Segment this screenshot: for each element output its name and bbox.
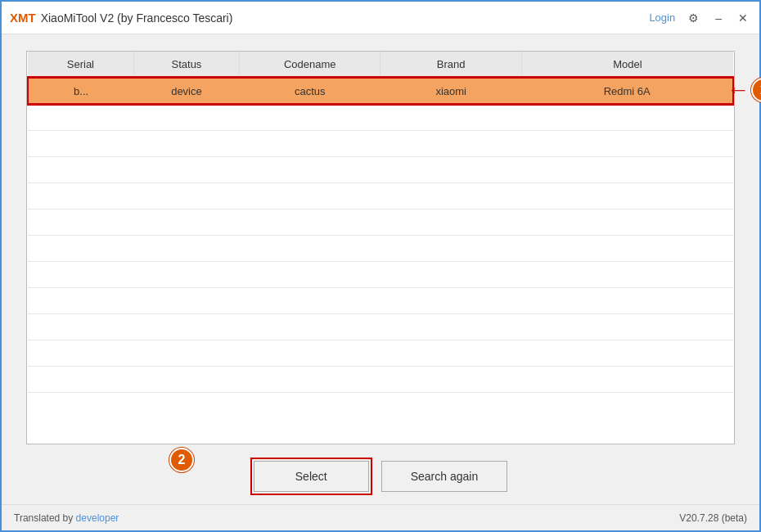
developer-link[interactable]: developer — [76, 512, 119, 524]
table-cell — [240, 366, 380, 392]
table-cell — [521, 156, 733, 183]
logo: XMT — [10, 11, 36, 25]
col-header-serial: Serial — [28, 52, 133, 78]
table-row[interactable] — [28, 366, 733, 392]
table-cell — [28, 209, 133, 235]
table-row[interactable] — [28, 156, 733, 183]
table-wrapper: Serial Status Codename Brand Model b...d… — [26, 51, 735, 444]
table-cell — [380, 313, 521, 340]
table-row[interactable]: b...devicecactusxiaomiRedmi 6A — [28, 78, 733, 104]
table-cell — [521, 209, 733, 235]
table-cell — [133, 287, 239, 313]
table-cell: cactus — [240, 78, 380, 104]
close-button[interactable]: ✕ — [735, 10, 751, 26]
col-header-status: Status — [133, 52, 239, 78]
table-cell — [133, 156, 239, 183]
table-cell: b... — [28, 78, 133, 104]
table-cell — [521, 104, 733, 130]
table-cell — [380, 183, 521, 209]
table-cell — [380, 287, 521, 313]
row-indicator: ← 1 — [727, 77, 761, 103]
main-window: XMT XiaoMiTool V2 (by Francesco Tescari)… — [0, 0, 761, 532]
login-button[interactable]: Login — [649, 11, 675, 24]
minimize-button[interactable]: – — [712, 10, 725, 26]
table-cell — [133, 104, 239, 130]
table-cell — [240, 235, 380, 261]
table-cell — [380, 340, 521, 366]
table-cell — [133, 183, 239, 209]
table-cell — [240, 156, 380, 183]
table-cell — [240, 261, 380, 287]
table-cell — [28, 261, 133, 287]
translated-by-text: Translated by — [14, 512, 73, 524]
table-cell — [380, 261, 521, 287]
table-header-row: Serial Status Codename Brand Model — [28, 52, 733, 78]
col-header-codename: Codename — [240, 52, 380, 78]
device-table-container: Serial Status Codename Brand Model b...d… — [26, 51, 735, 444]
table-cell — [133, 209, 239, 235]
table-cell — [28, 104, 133, 130]
table-cell — [28, 287, 133, 313]
arrow-icon: ← — [727, 77, 750, 103]
table-cell: xiaomi — [380, 78, 521, 104]
col-header-model: Model — [521, 52, 733, 78]
table-cell — [380, 156, 521, 183]
title-bar-left: XMT XiaoMiTool V2 (by Francesco Tescari) — [10, 11, 649, 25]
table-cell — [380, 366, 521, 392]
table-cell — [380, 209, 521, 235]
table-cell — [28, 235, 133, 261]
table-cell — [28, 183, 133, 209]
footer-left: Translated by developer — [14, 512, 119, 524]
table-cell — [240, 340, 380, 366]
table-row[interactable] — [28, 313, 733, 340]
buttons-row: 2 Select Search again — [26, 461, 735, 492]
table-row[interactable] — [28, 209, 733, 235]
table-cell — [240, 209, 380, 235]
table-cell — [240, 287, 380, 313]
table-cell — [240, 104, 380, 130]
table-cell — [28, 156, 133, 183]
table-cell — [133, 340, 239, 366]
table-cell — [521, 183, 733, 209]
table-cell — [240, 313, 380, 340]
version-text: V20.7.28 (beta) — [679, 512, 747, 524]
table-cell — [133, 366, 239, 392]
table-cell — [521, 366, 733, 392]
table-cell — [521, 313, 733, 340]
table-row[interactable] — [28, 235, 733, 261]
device-table: Serial Status Codename Brand Model b...d… — [27, 52, 734, 393]
table-cell — [28, 313, 133, 340]
footer: Translated by developer V20.7.28 (beta) — [2, 504, 759, 530]
table-row[interactable] — [28, 261, 733, 287]
table-cell — [240, 130, 380, 156]
title-bar-controls: Login ⚙ – ✕ — [649, 10, 751, 26]
table-cell — [28, 340, 133, 366]
badge-1: 1 — [751, 78, 761, 102]
table-cell — [133, 235, 239, 261]
table-cell — [133, 313, 239, 340]
table-row[interactable] — [28, 104, 733, 130]
table-cell — [28, 130, 133, 156]
table-cell — [133, 261, 239, 287]
badge-2: 2 — [169, 448, 194, 472]
table-cell — [380, 130, 521, 156]
window-title: XiaoMiTool V2 (by Francesco Tescari) — [41, 11, 233, 25]
table-row[interactable] — [28, 130, 733, 156]
table-row[interactable] — [28, 183, 733, 209]
table-cell — [521, 261, 733, 287]
search-again-button[interactable]: Search again — [381, 461, 508, 492]
table-cell — [133, 130, 239, 156]
table-cell — [521, 340, 733, 366]
title-bar: XMT XiaoMiTool V2 (by Francesco Tescari)… — [2, 2, 759, 34]
settings-button[interactable]: ⚙ — [685, 10, 702, 26]
table-cell — [521, 130, 733, 156]
col-header-brand: Brand — [380, 52, 521, 78]
main-content: Serial Status Codename Brand Model b...d… — [2, 34, 759, 504]
table-cell: device — [133, 78, 239, 104]
table-cell — [240, 183, 380, 209]
table-row[interactable] — [28, 340, 733, 366]
select-button[interactable]: Select — [254, 461, 369, 492]
table-row[interactable] — [28, 287, 733, 313]
table-cell — [28, 366, 133, 392]
table-cell — [521, 287, 733, 313]
